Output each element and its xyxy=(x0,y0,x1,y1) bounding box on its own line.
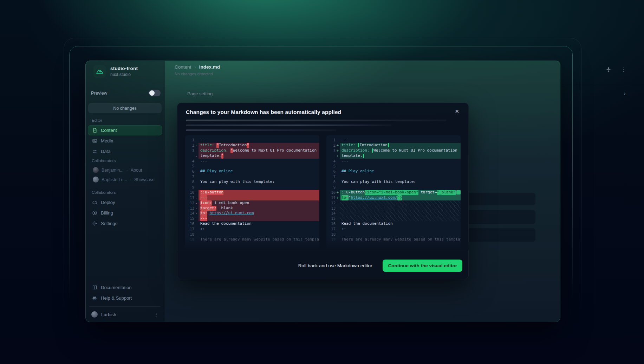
no-changes-button[interactable]: No changes xyxy=(88,103,162,113)
diff-line: 13-target: _blank xyxy=(185,206,319,211)
sliders-icon xyxy=(92,149,97,154)
diff-line: 1--- xyxy=(185,138,319,143)
diff-line: 8You can play with this template: xyxy=(326,179,461,185)
rollback-button[interactable]: Roll back and use Markdown editor xyxy=(298,263,372,268)
screen: studio-front nuxt.studio Preview No chan… xyxy=(0,0,644,364)
diff-line: 18 xyxy=(326,232,461,237)
skeleton-line xyxy=(186,124,391,126)
skeleton-line xyxy=(186,129,336,131)
diff-pane-right[interactable]: 1---2+title: Introduction3+description: … xyxy=(326,135,461,250)
cloud-icon xyxy=(92,200,97,205)
diff-line: 11---- xyxy=(185,195,319,200)
diff-line: 19There are already many website based o… xyxy=(185,237,319,242)
separator-dot: · xyxy=(130,177,131,182)
diff-line: 15---- xyxy=(185,216,319,221)
breadcrumb-content[interactable]: Content xyxy=(175,64,191,70)
sidebar-item-deploy[interactable]: Deploy xyxy=(88,197,162,207)
gear-icon xyxy=(92,221,97,226)
workspace-name: studio-front xyxy=(110,66,138,71)
skeleton-line xyxy=(186,120,447,121)
diff-viewer: 1---2-title: "Introduction"3-description… xyxy=(177,135,469,250)
page-setting-label: Page setting xyxy=(187,91,213,96)
chevron-right-icon: › xyxy=(624,90,626,97)
sidebar-item-label: Data xyxy=(101,149,110,154)
toggle-knob xyxy=(149,90,155,96)
diff-line: 6## Play online xyxy=(185,169,319,174)
changes-status: No changes detected xyxy=(175,72,213,76)
user-name: Larbish xyxy=(101,312,116,317)
diff-line: 9 xyxy=(326,185,461,190)
diff-line: 4--- xyxy=(185,159,319,164)
diff-line: 15 xyxy=(326,216,461,221)
breadcrumb-file[interactable]: index.md xyxy=(199,64,220,70)
collaborators-section-label: Collaborators xyxy=(88,159,162,163)
preview-toggle[interactable] xyxy=(149,90,161,96)
diff-line: 11+to="https://ui.nuxt.com/"} xyxy=(326,195,461,200)
diff-line: 17:: xyxy=(326,226,461,232)
diff-line: 3-description: "Welcome to Nuxt UI Pro d… xyxy=(185,148,319,153)
diff-line: +template. xyxy=(326,153,461,159)
diff-line: 18 xyxy=(185,232,319,237)
page-setting-row[interactable]: Page setting › xyxy=(165,87,644,100)
sidebar-item-media[interactable]: Media xyxy=(88,136,162,146)
divider xyxy=(89,306,161,307)
diff-line: 7 xyxy=(185,174,319,179)
diff-line: 2+title: Introduction xyxy=(326,143,461,148)
discord-icon xyxy=(92,295,97,301)
diff-line: 19There are already many website based o… xyxy=(326,237,461,242)
sidebar-item-label: Deploy xyxy=(101,200,115,205)
avatar xyxy=(93,177,99,183)
sidebar-item-label: Media xyxy=(101,138,113,143)
sidebar-item-label: Documentation xyxy=(101,285,131,290)
project-section-label: Collaborators xyxy=(88,190,162,194)
sidebar-item-label: Content xyxy=(101,128,117,133)
breadcrumb: Content › index.md xyxy=(175,64,220,70)
collapse-vertical-icon[interactable] xyxy=(606,67,611,72)
diff-line: 10-::u-button xyxy=(185,190,319,195)
diff-line: 8You can play with this template: xyxy=(185,179,319,185)
diff-line: 5 xyxy=(326,164,461,169)
image-icon xyxy=(92,138,97,143)
workspace-org: nuxt.studio xyxy=(110,72,138,77)
diff-line: 16Read the documentation xyxy=(185,221,319,226)
collaborator-name: Baptiste Le... xyxy=(102,177,127,182)
chevron-right-icon: › xyxy=(194,64,196,70)
diff-line: 2-title: "Introduction" xyxy=(185,143,319,148)
editor-section-label: Editor xyxy=(88,118,162,122)
diff-line: 10+::u-button{icon="i-mdi-book-open" tar… xyxy=(326,190,461,195)
sidebar-item-label: Help & Support xyxy=(101,295,132,301)
diff-line: 14-to: https://ui.nuxt.com xyxy=(185,211,319,216)
preview-label: Preview xyxy=(91,90,107,96)
markdown-changes-dialog: Changes to your Markdown has been automa… xyxy=(177,103,469,279)
diff-line: 4--- xyxy=(326,159,461,164)
user-more-icon[interactable]: ⋮ xyxy=(154,312,158,317)
user-menu[interactable]: Larbish ⋮ xyxy=(88,310,162,319)
sidebar-item-settings[interactable]: Settings xyxy=(88,218,162,229)
collaborator-row[interactable]: Baptiste Le... · Showcase xyxy=(88,175,162,184)
collaborator-name: Benjamin... xyxy=(102,168,124,173)
collaborator-row[interactable]: Benjamin... · About xyxy=(88,165,162,175)
collaborator-page: Showcase xyxy=(134,177,155,182)
sidebar: studio-front nuxt.studio Preview No chan… xyxy=(86,61,165,322)
diff-line: 17:: xyxy=(185,226,319,232)
sidebar-item-billing[interactable]: Billing xyxy=(88,208,162,218)
more-options-icon[interactable]: ⋮ xyxy=(621,67,626,72)
diff-line: 12 xyxy=(326,200,461,206)
book-icon xyxy=(92,285,97,290)
diff-line: 14 xyxy=(326,211,461,216)
diff-pane-left[interactable]: 1---2-title: "Introduction"3-description… xyxy=(185,135,319,250)
workspace-switcher[interactable]: studio-front nuxt.studio xyxy=(93,65,138,78)
sidebar-item-content[interactable]: Content xyxy=(88,125,162,135)
continue-visual-editor-button[interactable]: Continue with the visual editor xyxy=(383,260,462,272)
collaborator-page: About xyxy=(131,168,142,173)
diff-line: 5 xyxy=(185,164,319,169)
sidebar-item-label: Settings xyxy=(101,221,117,226)
sidebar-item-help-support[interactable]: Help & Support xyxy=(88,293,162,303)
diff-line: 7 xyxy=(326,174,461,179)
sidebar-item-documentation[interactable]: Documentation xyxy=(88,282,162,293)
close-icon[interactable]: ✕ xyxy=(455,108,459,115)
dialog-title: Changes to your Markdown has been automa… xyxy=(186,109,341,115)
user-avatar xyxy=(91,311,98,318)
sidebar-item-data[interactable]: Data xyxy=(88,146,162,157)
diff-line: 9 xyxy=(185,185,319,190)
